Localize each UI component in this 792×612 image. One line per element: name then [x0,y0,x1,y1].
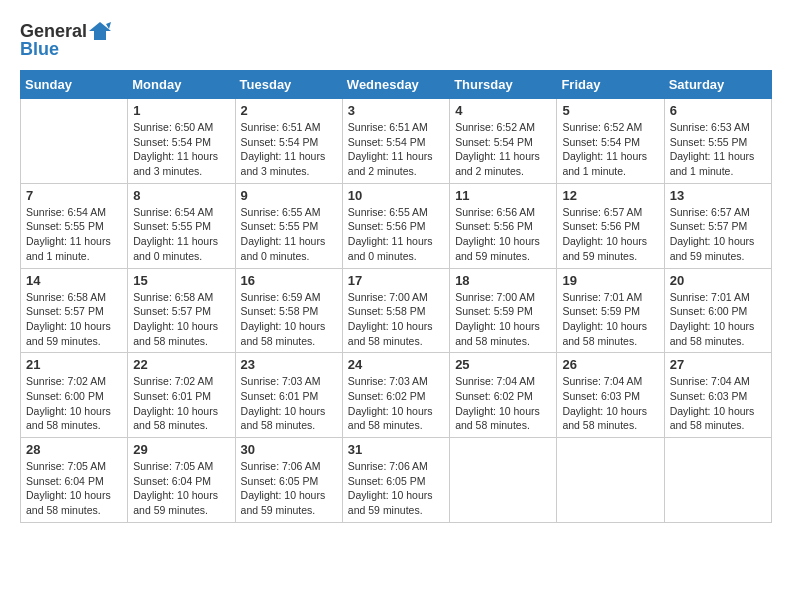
day-number: 13 [670,188,766,203]
calendar-cell: 13Sunrise: 6:57 AMSunset: 5:57 PMDayligh… [664,183,771,268]
day-header-tuesday: Tuesday [235,71,342,99]
logo-container: General Blue [20,20,111,60]
day-info: Sunrise: 6:52 AMSunset: 5:54 PMDaylight:… [562,120,658,179]
day-info: Sunrise: 6:57 AMSunset: 5:57 PMDaylight:… [670,205,766,264]
day-info: Sunrise: 7:04 AMSunset: 6:02 PMDaylight:… [455,374,551,433]
calendar-cell: 8Sunrise: 6:54 AMSunset: 5:55 PMDaylight… [128,183,235,268]
day-info: Sunrise: 7:06 AMSunset: 6:05 PMDaylight:… [241,459,337,518]
day-info: Sunrise: 7:03 AMSunset: 6:02 PMDaylight:… [348,374,444,433]
calendar-cell [21,99,128,184]
day-number: 25 [455,357,551,372]
calendar-cell: 20Sunrise: 7:01 AMSunset: 6:00 PMDayligh… [664,268,771,353]
calendar-cell: 15Sunrise: 6:58 AMSunset: 5:57 PMDayligh… [128,268,235,353]
day-info: Sunrise: 6:59 AMSunset: 5:58 PMDaylight:… [241,290,337,349]
day-number: 5 [562,103,658,118]
day-info: Sunrise: 6:51 AMSunset: 5:54 PMDaylight:… [348,120,444,179]
week-row-1: 1Sunrise: 6:50 AMSunset: 5:54 PMDaylight… [21,99,772,184]
day-info: Sunrise: 7:03 AMSunset: 6:01 PMDaylight:… [241,374,337,433]
calendar-cell: 23Sunrise: 7:03 AMSunset: 6:01 PMDayligh… [235,353,342,438]
calendar-cell: 28Sunrise: 7:05 AMSunset: 6:04 PMDayligh… [21,438,128,523]
day-number: 18 [455,273,551,288]
week-row-3: 14Sunrise: 6:58 AMSunset: 5:57 PMDayligh… [21,268,772,353]
day-number: 22 [133,357,229,372]
day-number: 26 [562,357,658,372]
calendar-cell: 30Sunrise: 7:06 AMSunset: 6:05 PMDayligh… [235,438,342,523]
day-number: 6 [670,103,766,118]
day-number: 28 [26,442,122,457]
logo-arrow-icon [89,20,111,42]
day-info: Sunrise: 7:05 AMSunset: 6:04 PMDaylight:… [133,459,229,518]
day-number: 12 [562,188,658,203]
day-number: 20 [670,273,766,288]
day-number: 14 [26,273,122,288]
day-number: 10 [348,188,444,203]
calendar-cell: 14Sunrise: 6:58 AMSunset: 5:57 PMDayligh… [21,268,128,353]
calendar-cell: 25Sunrise: 7:04 AMSunset: 6:02 PMDayligh… [450,353,557,438]
day-number: 30 [241,442,337,457]
day-info: Sunrise: 6:56 AMSunset: 5:56 PMDaylight:… [455,205,551,264]
day-number: 8 [133,188,229,203]
logo: General Blue [20,20,111,60]
day-info: Sunrise: 6:51 AMSunset: 5:54 PMDaylight:… [241,120,337,179]
calendar-cell: 29Sunrise: 7:05 AMSunset: 6:04 PMDayligh… [128,438,235,523]
day-info: Sunrise: 6:50 AMSunset: 5:54 PMDaylight:… [133,120,229,179]
day-info: Sunrise: 6:57 AMSunset: 5:56 PMDaylight:… [562,205,658,264]
day-number: 23 [241,357,337,372]
day-info: Sunrise: 6:55 AMSunset: 5:55 PMDaylight:… [241,205,337,264]
calendar-cell [450,438,557,523]
day-number: 7 [26,188,122,203]
day-header-thursday: Thursday [450,71,557,99]
day-info: Sunrise: 7:00 AMSunset: 5:58 PMDaylight:… [348,290,444,349]
day-number: 16 [241,273,337,288]
day-number: 29 [133,442,229,457]
day-header-friday: Friday [557,71,664,99]
calendar-cell: 9Sunrise: 6:55 AMSunset: 5:55 PMDaylight… [235,183,342,268]
calendar-cell: 12Sunrise: 6:57 AMSunset: 5:56 PMDayligh… [557,183,664,268]
calendar-cell: 7Sunrise: 6:54 AMSunset: 5:55 PMDaylight… [21,183,128,268]
day-number: 1 [133,103,229,118]
day-number: 27 [670,357,766,372]
day-header-wednesday: Wednesday [342,71,449,99]
calendar-header-row: SundayMondayTuesdayWednesdayThursdayFrid… [21,71,772,99]
day-info: Sunrise: 7:02 AMSunset: 6:01 PMDaylight:… [133,374,229,433]
calendar-cell: 26Sunrise: 7:04 AMSunset: 6:03 PMDayligh… [557,353,664,438]
day-info: Sunrise: 7:04 AMSunset: 6:03 PMDaylight:… [670,374,766,433]
day-number: 19 [562,273,658,288]
day-info: Sunrise: 7:00 AMSunset: 5:59 PMDaylight:… [455,290,551,349]
calendar-cell: 27Sunrise: 7:04 AMSunset: 6:03 PMDayligh… [664,353,771,438]
calendar-cell: 17Sunrise: 7:00 AMSunset: 5:58 PMDayligh… [342,268,449,353]
calendar-cell: 10Sunrise: 6:55 AMSunset: 5:56 PMDayligh… [342,183,449,268]
calendar-cell [557,438,664,523]
calendar-cell: 31Sunrise: 7:06 AMSunset: 6:05 PMDayligh… [342,438,449,523]
day-info: Sunrise: 7:01 AMSunset: 5:59 PMDaylight:… [562,290,658,349]
day-number: 21 [26,357,122,372]
day-info: Sunrise: 6:54 AMSunset: 5:55 PMDaylight:… [133,205,229,264]
calendar-cell: 4Sunrise: 6:52 AMSunset: 5:54 PMDaylight… [450,99,557,184]
day-number: 2 [241,103,337,118]
day-info: Sunrise: 6:58 AMSunset: 5:57 PMDaylight:… [26,290,122,349]
day-number: 9 [241,188,337,203]
day-header-monday: Monday [128,71,235,99]
calendar-cell: 11Sunrise: 6:56 AMSunset: 5:56 PMDayligh… [450,183,557,268]
day-info: Sunrise: 6:55 AMSunset: 5:56 PMDaylight:… [348,205,444,264]
calendar-cell: 2Sunrise: 6:51 AMSunset: 5:54 PMDaylight… [235,99,342,184]
day-info: Sunrise: 7:06 AMSunset: 6:05 PMDaylight:… [348,459,444,518]
day-number: 3 [348,103,444,118]
calendar-cell: 3Sunrise: 6:51 AMSunset: 5:54 PMDaylight… [342,99,449,184]
calendar-cell: 16Sunrise: 6:59 AMSunset: 5:58 PMDayligh… [235,268,342,353]
calendar-cell [664,438,771,523]
logo-blue-text: Blue [20,39,111,60]
day-info: Sunrise: 6:54 AMSunset: 5:55 PMDaylight:… [26,205,122,264]
day-info: Sunrise: 7:05 AMSunset: 6:04 PMDaylight:… [26,459,122,518]
day-number: 4 [455,103,551,118]
calendar-cell: 19Sunrise: 7:01 AMSunset: 5:59 PMDayligh… [557,268,664,353]
week-row-5: 28Sunrise: 7:05 AMSunset: 6:04 PMDayligh… [21,438,772,523]
week-row-4: 21Sunrise: 7:02 AMSunset: 6:00 PMDayligh… [21,353,772,438]
calendar-cell: 24Sunrise: 7:03 AMSunset: 6:02 PMDayligh… [342,353,449,438]
day-header-sunday: Sunday [21,71,128,99]
calendar-cell: 5Sunrise: 6:52 AMSunset: 5:54 PMDaylight… [557,99,664,184]
day-number: 11 [455,188,551,203]
day-info: Sunrise: 7:02 AMSunset: 6:00 PMDaylight:… [26,374,122,433]
day-number: 24 [348,357,444,372]
calendar-cell: 6Sunrise: 6:53 AMSunset: 5:55 PMDaylight… [664,99,771,184]
